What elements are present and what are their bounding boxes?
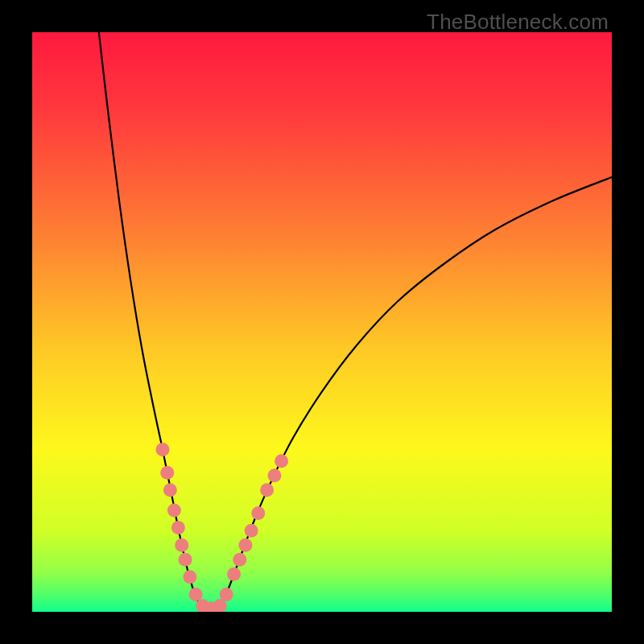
data-dot: [227, 568, 241, 581]
data-dot: [220, 588, 233, 601]
data-dot: [260, 483, 274, 497]
chart-stage: TheBottleneck.com: [0, 0, 644, 644]
data-dot: [251, 506, 265, 520]
data-dot: [183, 570, 196, 584]
data-dot: [160, 466, 174, 480]
data-dot: [233, 553, 246, 567]
left-dot-cluster: [156, 443, 203, 601]
data-dot: [163, 483, 177, 497]
bottom-dot-cluster: [196, 599, 227, 612]
data-dot: [171, 521, 185, 535]
data-dot: [179, 553, 192, 567]
data-dot: [275, 454, 288, 468]
right-dot-cluster: [220, 454, 288, 601]
data-dot: [238, 539, 252, 552]
watermark-text: TheBottleneck.com: [427, 10, 609, 35]
plot-area: [32, 32, 612, 612]
data-dot: [245, 524, 258, 538]
data-dot: [167, 504, 181, 518]
data-dot: [189, 588, 203, 601]
data-dot: [175, 539, 188, 552]
data-dot: [267, 469, 281, 482]
data-dot: [156, 443, 170, 456]
bottleneck-curve-svg: [32, 32, 612, 612]
